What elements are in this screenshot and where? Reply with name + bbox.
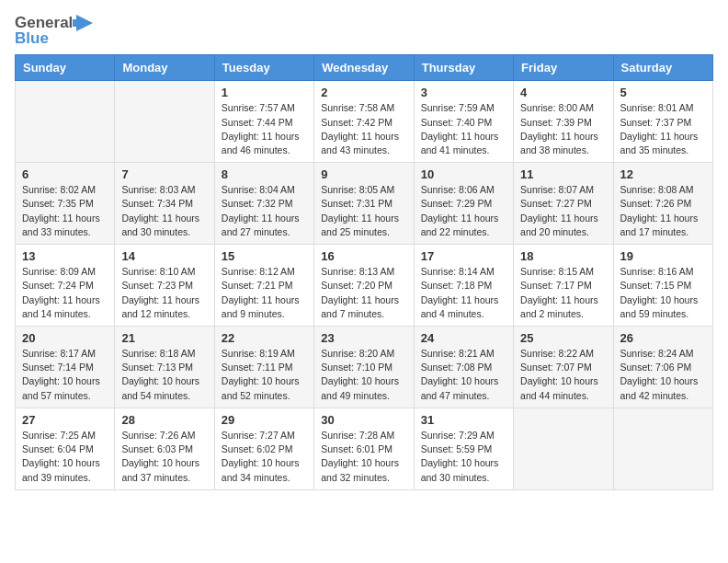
day-info: Sunrise: 7:29 AM Sunset: 5:59 PM Dayligh… <box>421 429 506 485</box>
day-info: Sunrise: 8:10 AM Sunset: 7:23 PM Dayligh… <box>121 265 207 321</box>
calendar-cell: 11Sunrise: 8:07 AM Sunset: 7:27 PM Dayli… <box>514 163 613 245</box>
svg-marker-0 <box>73 15 93 31</box>
day-number: 18 <box>520 249 606 263</box>
day-info: Sunrise: 7:57 AM Sunset: 7:44 PM Dayligh… <box>222 101 307 157</box>
calendar-cell: 29Sunrise: 7:27 AM Sunset: 6:02 PM Dayli… <box>214 408 313 489</box>
day-info: Sunrise: 8:08 AM Sunset: 7:26 PM Dayligh… <box>620 183 706 239</box>
calendar-cell: 13Sunrise: 8:09 AM Sunset: 7:24 PM Dayli… <box>16 245 115 327</box>
day-info: Sunrise: 8:00 AM Sunset: 7:39 PM Dayligh… <box>520 101 606 157</box>
day-number: 3 <box>421 86 506 99</box>
calendar-cell: 14Sunrise: 8:10 AM Sunset: 7:23 PM Dayli… <box>115 245 214 327</box>
day-number: 4 <box>520 86 606 99</box>
calendar-cell: 20Sunrise: 8:17 AM Sunset: 7:14 PM Dayli… <box>16 327 115 408</box>
calendar-cell: 1Sunrise: 7:57 AM Sunset: 7:44 PM Daylig… <box>214 81 313 163</box>
day-number: 20 <box>22 331 108 345</box>
calendar-week-row: 27Sunrise: 7:25 AM Sunset: 6:04 PM Dayli… <box>16 408 713 489</box>
calendar-cell: 5Sunrise: 8:01 AM Sunset: 7:37 PM Daylig… <box>613 81 712 163</box>
calendar-cell: 18Sunrise: 8:15 AM Sunset: 7:17 PM Dayli… <box>514 245 613 327</box>
calendar-cell: 25Sunrise: 8:22 AM Sunset: 7:07 PM Dayli… <box>514 327 613 408</box>
logo: General Blue <box>15 15 93 47</box>
day-number: 13 <box>22 249 108 263</box>
calendar-table: SundayMondayTuesdayWednesdayThursdayFrid… <box>15 54 713 489</box>
calendar-week-row: 20Sunrise: 8:17 AM Sunset: 7:14 PM Dayli… <box>16 327 713 408</box>
day-info: Sunrise: 8:18 AM Sunset: 7:13 PM Dayligh… <box>121 347 207 403</box>
weekday-header-friday: Friday <box>514 55 613 81</box>
day-number: 16 <box>321 249 406 263</box>
day-number: 27 <box>22 413 108 427</box>
day-number: 30 <box>321 413 406 427</box>
day-number: 1 <box>222 86 307 99</box>
calendar-cell <box>115 81 214 163</box>
day-number: 31 <box>421 413 506 427</box>
day-number: 5 <box>620 86 706 99</box>
calendar-header-row: SundayMondayTuesdayWednesdayThursdayFrid… <box>16 55 713 81</box>
day-number: 6 <box>22 167 108 181</box>
calendar-cell: 19Sunrise: 8:16 AM Sunset: 7:15 PM Dayli… <box>613 245 712 327</box>
day-number: 17 <box>421 249 506 263</box>
calendar-cell: 24Sunrise: 8:21 AM Sunset: 7:08 PM Dayli… <box>414 327 513 408</box>
calendar-cell: 31Sunrise: 7:29 AM Sunset: 5:59 PM Dayli… <box>414 408 513 489</box>
day-number: 14 <box>121 249 207 263</box>
day-info: Sunrise: 8:02 AM Sunset: 7:35 PM Dayligh… <box>22 183 108 239</box>
day-info: Sunrise: 8:17 AM Sunset: 7:14 PM Dayligh… <box>22 347 108 403</box>
day-number: 2 <box>321 86 406 99</box>
calendar-cell: 15Sunrise: 8:12 AM Sunset: 7:21 PM Dayli… <box>214 245 313 327</box>
day-info: Sunrise: 8:12 AM Sunset: 7:21 PM Dayligh… <box>222 265 307 321</box>
day-info: Sunrise: 8:01 AM Sunset: 7:37 PM Dayligh… <box>620 101 706 157</box>
day-number: 29 <box>222 413 307 427</box>
calendar-cell: 22Sunrise: 8:19 AM Sunset: 7:11 PM Dayli… <box>214 327 313 408</box>
day-info: Sunrise: 8:03 AM Sunset: 7:34 PM Dayligh… <box>121 183 207 239</box>
day-number: 8 <box>222 167 307 181</box>
calendar-cell: 2Sunrise: 7:58 AM Sunset: 7:42 PM Daylig… <box>314 81 414 163</box>
calendar-cell <box>514 408 613 489</box>
day-info: Sunrise: 8:15 AM Sunset: 7:17 PM Dayligh… <box>520 265 606 321</box>
day-number: 11 <box>520 167 606 181</box>
day-info: Sunrise: 7:28 AM Sunset: 6:01 PM Dayligh… <box>321 429 406 485</box>
calendar-cell: 16Sunrise: 8:13 AM Sunset: 7:20 PM Dayli… <box>314 245 414 327</box>
logo-blue: Blue <box>15 30 93 48</box>
day-info: Sunrise: 8:16 AM Sunset: 7:15 PM Dayligh… <box>620 265 706 321</box>
calendar-cell: 3Sunrise: 7:59 AM Sunset: 7:40 PM Daylig… <box>414 81 513 163</box>
calendar-cell: 30Sunrise: 7:28 AM Sunset: 6:01 PM Dayli… <box>314 408 414 489</box>
day-info: Sunrise: 8:24 AM Sunset: 7:06 PM Dayligh… <box>620 347 706 403</box>
calendar-cell: 7Sunrise: 8:03 AM Sunset: 7:34 PM Daylig… <box>115 163 214 245</box>
calendar-cell: 10Sunrise: 8:06 AM Sunset: 7:29 PM Dayli… <box>414 163 513 245</box>
day-info: Sunrise: 8:05 AM Sunset: 7:31 PM Dayligh… <box>321 183 406 239</box>
day-number: 7 <box>121 167 207 181</box>
calendar-cell: 9Sunrise: 8:05 AM Sunset: 7:31 PM Daylig… <box>314 163 414 245</box>
weekday-header-wednesday: Wednesday <box>314 55 414 81</box>
day-number: 21 <box>121 331 207 345</box>
calendar-cell: 4Sunrise: 8:00 AM Sunset: 7:39 PM Daylig… <box>514 81 613 163</box>
calendar-cell: 6Sunrise: 8:02 AM Sunset: 7:35 PM Daylig… <box>16 163 115 245</box>
day-number: 24 <box>421 331 506 345</box>
logo-flag-icon <box>73 15 93 31</box>
calendar-cell: 26Sunrise: 8:24 AM Sunset: 7:06 PM Dayli… <box>613 327 712 408</box>
day-info: Sunrise: 7:58 AM Sunset: 7:42 PM Dayligh… <box>321 101 406 157</box>
weekday-header-monday: Monday <box>115 55 214 81</box>
day-info: Sunrise: 8:09 AM Sunset: 7:24 PM Dayligh… <box>22 265 108 321</box>
day-info: Sunrise: 8:13 AM Sunset: 7:20 PM Dayligh… <box>321 265 406 321</box>
weekday-header-thursday: Thursday <box>414 55 513 81</box>
day-info: Sunrise: 8:22 AM Sunset: 7:07 PM Dayligh… <box>520 347 606 403</box>
day-number: 9 <box>321 167 406 181</box>
calendar-cell: 17Sunrise: 8:14 AM Sunset: 7:18 PM Dayli… <box>414 245 513 327</box>
day-number: 26 <box>620 331 706 345</box>
day-info: Sunrise: 8:19 AM Sunset: 7:11 PM Dayligh… <box>222 347 307 403</box>
calendar-cell: 28Sunrise: 7:26 AM Sunset: 6:03 PM Dayli… <box>115 408 214 489</box>
weekday-header-sunday: Sunday <box>16 55 115 81</box>
calendar-cell: 8Sunrise: 8:04 AM Sunset: 7:32 PM Daylig… <box>214 163 313 245</box>
day-info: Sunrise: 7:59 AM Sunset: 7:40 PM Dayligh… <box>421 101 506 157</box>
day-info: Sunrise: 8:04 AM Sunset: 7:32 PM Dayligh… <box>222 183 307 239</box>
calendar-cell: 12Sunrise: 8:08 AM Sunset: 7:26 PM Dayli… <box>613 163 712 245</box>
day-number: 10 <box>421 167 506 181</box>
weekday-header-saturday: Saturday <box>613 55 712 81</box>
day-info: Sunrise: 8:20 AM Sunset: 7:10 PM Dayligh… <box>321 347 406 403</box>
calendar-week-row: 1Sunrise: 7:57 AM Sunset: 7:44 PM Daylig… <box>16 81 713 163</box>
calendar-week-row: 6Sunrise: 8:02 AM Sunset: 7:35 PM Daylig… <box>16 163 713 245</box>
day-number: 19 <box>620 249 706 263</box>
day-info: Sunrise: 8:06 AM Sunset: 7:29 PM Dayligh… <box>421 183 506 239</box>
day-number: 15 <box>222 249 307 263</box>
day-info: Sunrise: 8:14 AM Sunset: 7:18 PM Dayligh… <box>421 265 506 321</box>
day-number: 28 <box>121 413 207 427</box>
day-info: Sunrise: 8:21 AM Sunset: 7:08 PM Dayligh… <box>421 347 506 403</box>
